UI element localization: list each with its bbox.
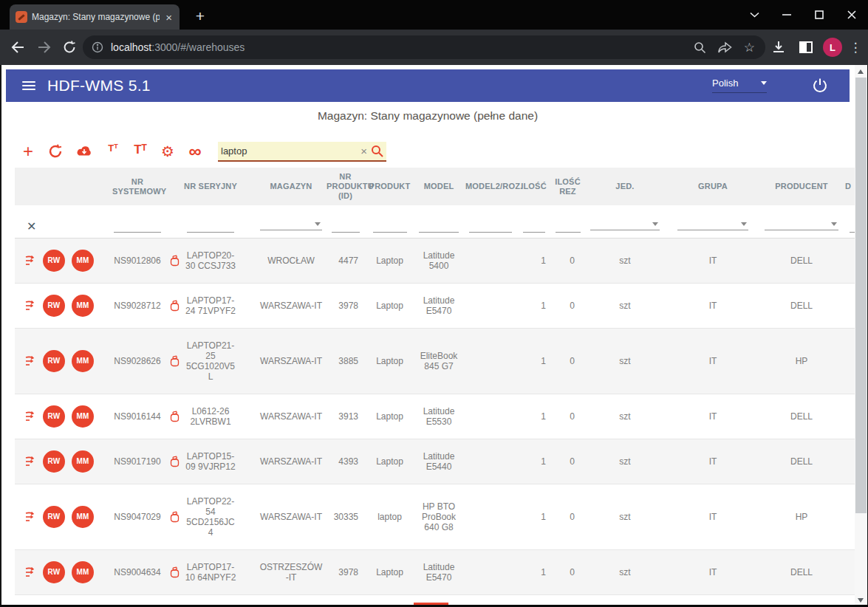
table-row[interactable]: RW MM NS9028626 LAPTOP21-25 5CG1020V5L W… [15,329,855,394]
refresh-icon[interactable] [48,143,63,160]
downloads-icon[interactable] [768,37,789,58]
mm-badge-button[interactable]: MM [72,405,94,428]
filter-grupa-dropdown[interactable] [677,217,748,230]
cloud-download-icon[interactable] [75,143,93,160]
rw-badge-button[interactable]: RW [43,506,65,528]
rw-badge-button[interactable]: RW [43,561,65,583]
col-ilosc-rez[interactable]: ILOŚĆ REZ [550,168,585,205]
transfer-icon[interactable] [24,411,36,423]
mm-badge-button[interactable]: MM [72,561,94,583]
filter-nr-produktu[interactable] [332,219,360,233]
close-window-icon[interactable] [835,0,868,30]
filter-ilosc[interactable] [523,219,545,233]
rw-badge-button[interactable]: RW [43,405,65,428]
back-icon[interactable] [7,37,28,58]
profile-avatar[interactable]: L [823,38,842,57]
col-producent[interactable]: PRODUCENT [761,168,842,205]
col-nr-seryjny[interactable]: NR SERYJNY [164,168,257,205]
col-model2[interactable]: MODEL2/ROZ. [464,168,517,205]
col-magazyn[interactable]: MAGAZYN [257,168,325,205]
filter-model2[interactable] [469,219,512,233]
col-nr-produktu[interactable]: NR PRODUKTU (ID) [325,168,366,205]
browser-menu-kebab-icon[interactable]: ⋮ [849,40,862,55]
rw-badge-button[interactable]: RW [43,295,65,317]
cell-produkt: laptop [366,484,414,550]
history-timer-icon[interactable] [169,511,180,523]
minimize-icon[interactable] [770,0,803,30]
cell-jed: szt [585,239,665,284]
col-ilosc[interactable]: ILOŚĆ [517,168,550,205]
search-input[interactable] [221,145,357,157]
share-icon[interactable] [718,41,732,53]
link-infinity-icon[interactable]: ∞ [188,143,202,160]
col-produkt[interactable]: PRODUKT [366,168,414,205]
vertical-scrollbar[interactable] [855,65,867,607]
address-bar[interactable]: localhost:3000/#/warehouses ☆ [83,35,765,59]
table-row[interactable]: RW MM NS9017190 LAPTOP15-09 9VJRP12 WARS… [15,439,855,484]
font-size-small-icon[interactable]: TT [106,143,120,160]
language-selector[interactable]: Polish [712,76,767,93]
transfer-icon[interactable] [24,566,36,579]
col-jed[interactable]: JED. [585,168,665,205]
transfer-icon[interactable] [24,355,36,368]
mm-badge-button[interactable]: MM [72,250,94,272]
history-timer-icon[interactable] [169,255,180,267]
filter-nr-systemowy[interactable] [114,219,161,233]
clear-search-icon[interactable]: × [357,145,371,157]
tab-search-chevron-icon[interactable] [738,0,770,30]
hamburger-menu-icon[interactable] [22,81,35,90]
zoom-icon[interactable] [694,41,706,54]
site-info-icon[interactable] [92,41,103,53]
new-tab-button[interactable]: + [191,7,210,26]
filter-producent-dropdown[interactable] [765,217,838,230]
history-timer-icon[interactable] [169,566,180,578]
tab-close-icon[interactable]: × [164,12,174,23]
scroll-up-arrow-icon[interactable] [858,69,864,74]
table-row[interactable]: RW MM NS9016144 L0612-26 2LVRBW1 WARSZAW… [15,394,855,439]
filter-jed-dropdown[interactable] [590,217,660,230]
logout-power-icon[interactable] [811,77,829,95]
history-timer-icon[interactable] [169,300,180,312]
transfer-icon[interactable] [24,456,36,468]
col-model[interactable]: MODEL [414,168,464,205]
reload-icon[interactable] [59,37,80,58]
history-timer-icon[interactable] [169,411,180,422]
mm-badge-button[interactable]: MM [72,350,94,372]
transfer-icon[interactable] [24,511,36,524]
browser-tab[interactable]: Magazyn: Stany magazynowe (pe × [10,4,180,30]
transfer-icon[interactable] [24,255,36,267]
filter-produkt[interactable] [373,219,407,233]
filter-model[interactable] [419,219,459,233]
col-nr-systemowy[interactable]: NR SYSTEMOWY [111,168,164,205]
forward-icon[interactable] [34,37,55,58]
table-row[interactable]: RW MM NS9004634 LAPTOP17-10 64NPYF2 OSTR… [15,550,855,595]
side-panel-icon[interactable] [796,37,816,58]
mm-badge-button[interactable]: MM [72,506,94,528]
maximize-icon[interactable] [803,0,835,30]
table-row[interactable]: RW MM NS9012806 LAPTOP20-30 CCSJ733 WROC… [15,239,855,284]
rw-badge-button[interactable]: RW [43,350,65,372]
scroll-down-arrow-icon[interactable] [858,598,864,603]
search-icon[interactable] [371,145,383,157]
mm-badge-button[interactable]: MM [72,295,94,317]
scrollbar-thumb[interactable] [855,78,867,513]
col-grupa[interactable]: GRUPA [665,168,761,205]
mm-badge-button[interactable]: MM [72,450,94,473]
history-timer-icon[interactable] [169,355,180,367]
bookmark-star-icon[interactable]: ☆ [744,41,755,54]
add-icon[interactable]: + [21,143,35,160]
transfer-icon[interactable] [24,300,36,312]
settings-gear-icon[interactable]: ⚙ [160,143,175,160]
filter-clipped[interactable] [850,219,855,233]
col-clipped[interactable]: D [842,168,855,205]
clear-filters-icon[interactable]: ✕ [27,221,36,233]
table-row[interactable]: RW MM NS9028712 LAPTOP17-24 71VPYF2 WARS… [15,284,855,329]
filter-ilosc-rez[interactable] [556,219,581,233]
filter-magazyn-dropdown[interactable] [260,217,322,230]
history-timer-icon[interactable] [169,456,180,467]
table-row[interactable]: RW MM NS9047029 LAPTOP22-54 5CD2156JC4 W… [15,484,855,550]
filter-nr-seryjny[interactable] [187,219,234,233]
rw-badge-button[interactable]: RW [43,250,65,272]
font-size-large-icon[interactable]: TT [133,143,148,160]
rw-badge-button[interactable]: RW [43,450,65,473]
